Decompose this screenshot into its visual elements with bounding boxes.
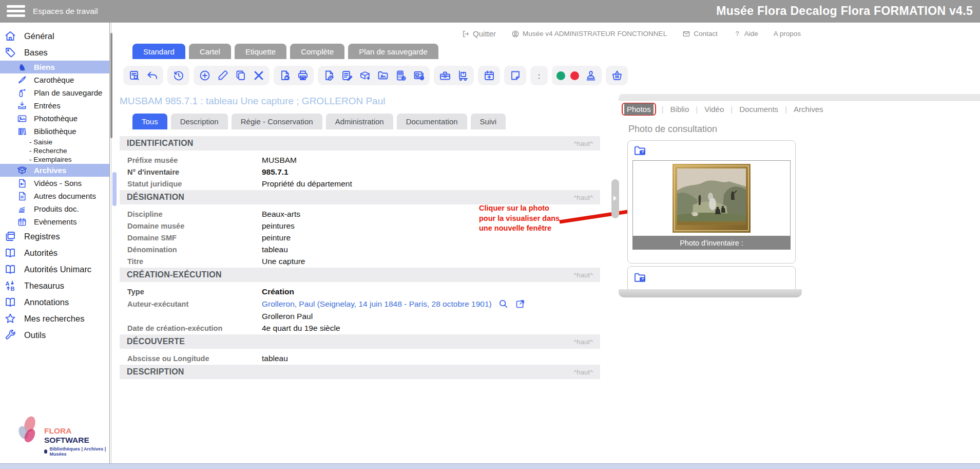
sidebar-item-phototheque[interactable]: Photothèque: [0, 112, 109, 125]
sidebar-item-produits-doc[interactable]: Produits doc.: [0, 202, 109, 215]
utility-link-a-propos[interactable]: A propos: [774, 30, 801, 37]
toolbar-file-print-button[interactable]: [278, 69, 291, 82]
record-tab-administration[interactable]: Administration: [326, 114, 393, 129]
folder-image-icon[interactable]: [633, 271, 647, 287]
content-scrollbar-thumb[interactable]: [112, 172, 117, 206]
toolbar-folder-image-button[interactable]: [376, 69, 389, 82]
sidebar-scrollbar-thumb[interactable]: [110, 33, 112, 138]
sidebar-item-label: Bibliothèque: [34, 127, 76, 136]
sidebar-item-autorites-unimarc[interactable]: Autorités Unimarc: [0, 261, 109, 277]
sidebar-item-carotheque[interactable]: Carothèque: [0, 73, 109, 86]
panel-collapse-handle[interactable]: [611, 179, 619, 218]
section-rows: Préfixe muséeMUSBAMN° d'inventaire985.7.…: [120, 151, 600, 190]
sidebar-item-evenements[interactable]: Evènements: [0, 215, 109, 228]
toolbox-icon: [439, 69, 451, 82]
toolbar-stamp-button[interactable]: [584, 69, 597, 82]
sidebar-item-bibliotheque[interactable]: Bibliothèque: [0, 125, 109, 138]
field-value: 985.7.1: [262, 167, 289, 177]
haut-link[interactable]: ^haut^: [573, 368, 593, 376]
toolbar-add-circle-button[interactable]: [198, 69, 211, 82]
haut-link[interactable]: ^haut^: [573, 194, 593, 201]
toolbar-basket-button[interactable]: [610, 69, 623, 82]
sidebar-item-biens[interactable]: ♞Biens: [0, 61, 109, 73]
view-tab-etiquette[interactable]: Etiquette: [235, 44, 286, 59]
view-tab-complete[interactable]: Complète: [290, 44, 344, 59]
toolbar-copy-button[interactable]: [234, 69, 247, 82]
toolbar-printer-button[interactable]: [296, 69, 309, 82]
record-tab-tous[interactable]: Tous: [132, 114, 167, 129]
record-tab-documentation[interactable]: Documentation: [397, 114, 467, 129]
sidebar-item-annotations[interactable]: Annotations: [0, 294, 109, 310]
sidebar-item-bases[interactable]: Bases: [0, 44, 109, 61]
green-status-dot[interactable]: [556, 71, 565, 80]
toolbar-calendar-add-button[interactable]: [483, 69, 495, 82]
toolbar-list-search-button[interactable]: [128, 69, 141, 82]
toolbar-undo-button[interactable]: [146, 69, 159, 82]
record-tab-regie-conservation[interactable]: Régie - Conservation: [232, 114, 322, 129]
sidebar-item-autorites[interactable]: Autorités: [0, 245, 109, 261]
sidebar-item-saisie[interactable]: - Saisie: [0, 138, 109, 146]
sidebar-item-autres-documents[interactable]: Autres documents: [0, 190, 109, 202]
field-value: tableau: [262, 354, 288, 363]
sidebar-item-thesaurus[interactable]: ABThesaurus: [0, 277, 109, 294]
utility-link-musee-v4-administrateur-fonctionnel[interactable]: Musée v4 ADMINISTRATEUR FONCTIONNEL: [511, 30, 667, 38]
view-tab-standard[interactable]: Standard: [132, 44, 185, 59]
media-tab-documents[interactable]: Documents: [737, 105, 780, 114]
field-row: TitreUne capture: [120, 255, 600, 267]
toolbar-delete-x-button[interactable]: [252, 69, 265, 82]
toolbar-calculator-clock-button[interactable]: [394, 69, 407, 82]
utility-link-aide[interactable]: ?Aide: [733, 30, 758, 38]
view-tab-cartel[interactable]: Cartel: [189, 44, 231, 59]
top-bar: Espaces de travail Musée Flora Decalog F…: [0, 0, 980, 23]
toolbar-form-edit-button[interactable]: [340, 69, 353, 82]
search-icon[interactable]: [498, 298, 509, 309]
workspace-menu[interactable]: Espaces de travail: [33, 7, 98, 16]
haut-link[interactable]: ^haut^: [573, 140, 593, 147]
sidebar-item-label: Plan de sauvegarde: [34, 88, 102, 97]
sidebar-item-archives[interactable]: Archives: [0, 164, 109, 177]
books-icon: [17, 126, 27, 137]
toolbar-file-attach-button[interactable]: [322, 69, 335, 82]
author-link[interactable]: Grolleron, Paul (Seignelay, 14 juin 1848…: [262, 299, 492, 309]
tag-icon: [4, 46, 16, 59]
toolbar-edit-pencil-button[interactable]: [216, 69, 229, 82]
toolbar-group: [123, 66, 163, 85]
utility-link-quitter[interactable]: Quitter: [462, 29, 496, 38]
haut-link[interactable]: ^haut^: [573, 271, 593, 279]
app-title: Musée Flora Decalog Flora FORMATION v4.5: [716, 4, 973, 18]
calendar-icon: [17, 217, 27, 227]
media-tab-video[interactable]: Vidéo: [702, 105, 726, 114]
media-tab-biblio[interactable]: Biblio: [668, 105, 691, 114]
toolbar-history-button[interactable]: [172, 69, 185, 82]
view-tab-plan-de-sauvegarde[interactable]: Plan de sauvegarde: [348, 44, 438, 59]
media-tab-photos[interactable]: Photos: [624, 103, 654, 115]
folder-image-icon[interactable]: [633, 144, 647, 160]
hamburger-menu-button[interactable]: [7, 5, 25, 17]
toolbar-box-share-button[interactable]: [358, 69, 371, 82]
field-label: Statut juridique: [120, 180, 262, 188]
media-tab-archives[interactable]: Archives: [792, 105, 825, 114]
toolbar-hand-truck-button[interactable]: [456, 69, 469, 82]
registers-icon: [4, 230, 16, 242]
sidebar-item-plan-de-sauvegarde[interactable]: Plan de sauvegarde: [0, 86, 109, 99]
field-label: Type: [120, 288, 262, 296]
red-status-dot[interactable]: [570, 71, 579, 80]
utility-link-contact[interactable]: Contact: [682, 30, 718, 38]
sidebar-item-entrees[interactable]: Entrées: [0, 99, 109, 112]
sidebar-item-registres[interactable]: Registres: [0, 228, 109, 245]
record-tab-description[interactable]: Description: [171, 114, 228, 129]
field-label: Date de création-exécution: [120, 324, 262, 332]
sidebar-item-outils[interactable]: Outils: [0, 327, 109, 343]
toolbar-note-button[interactable]: [509, 69, 522, 82]
toolbar-toolbox-button[interactable]: [438, 69, 451, 82]
sidebar-item-mes-recherches[interactable]: Mes recherches: [0, 310, 109, 327]
open-new-icon[interactable]: [515, 298, 526, 309]
record-tab-suivi[interactable]: Suivi: [471, 114, 506, 129]
sidebar-item-general[interactable]: Général: [0, 28, 109, 44]
sidebar-item-exemplaires[interactable]: - Exemplaires: [0, 155, 109, 164]
sidebar-item-videos-sons[interactable]: Vidéos - Sons: [0, 177, 109, 190]
artwork-photo[interactable]: [672, 164, 751, 233]
sidebar-item-recherche[interactable]: - Recherche: [0, 146, 109, 155]
haut-link[interactable]: ^haut^: [573, 338, 593, 346]
toolbar-news-add-button[interactable]: [412, 69, 425, 82]
